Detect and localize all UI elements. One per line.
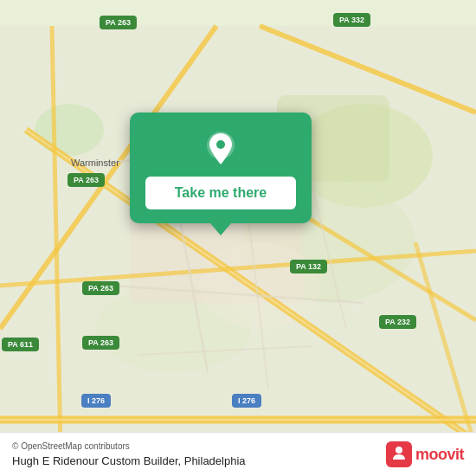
road-badge-pa263-mid2: PA 263 bbox=[82, 281, 119, 295]
bottom-bar-info: © OpenStreetMap contributors Hugh E Ride… bbox=[12, 441, 246, 467]
bottom-bar: © OpenStreetMap contributors Hugh E Ride… bbox=[0, 432, 476, 476]
moovit-brand-icon bbox=[386, 441, 412, 467]
svg-point-26 bbox=[216, 140, 225, 149]
svg-text:Warminster: Warminster bbox=[71, 158, 119, 168]
location-pin-icon bbox=[202, 130, 240, 168]
road-badge-pa263-mid3: PA 263 bbox=[82, 336, 119, 350]
road-badge-i276-right: I 276 bbox=[232, 394, 261, 408]
moovit-brand-text: moovit bbox=[415, 446, 464, 464]
moovit-logo: moovit bbox=[386, 441, 464, 467]
road-badge-pa611: PA 611 bbox=[2, 338, 39, 351]
osm-attribution: © OpenStreetMap contributors bbox=[12, 441, 246, 451]
location-name: Hugh E Ridenour Custom Builder, Philadel… bbox=[12, 454, 246, 467]
road-badge-i276-left: I 276 bbox=[81, 394, 111, 408]
svg-point-5 bbox=[35, 104, 104, 156]
map-container: Warminster PA 263 PA 332 PA 263 PA 263 P… bbox=[0, 0, 476, 476]
take-me-there-button[interactable]: Take me there bbox=[145, 177, 296, 209]
road-badge-pa332-top: PA 332 bbox=[333, 13, 370, 27]
road-badge-pa263-top: PA 263 bbox=[100, 16, 137, 29]
road-badge-pa232: PA 232 bbox=[379, 315, 416, 329]
location-popup: Take me there bbox=[130, 113, 312, 223]
road-badge-pa263-mid1: PA 263 bbox=[68, 173, 105, 187]
road-badge-pa132: PA 132 bbox=[290, 260, 327, 273]
